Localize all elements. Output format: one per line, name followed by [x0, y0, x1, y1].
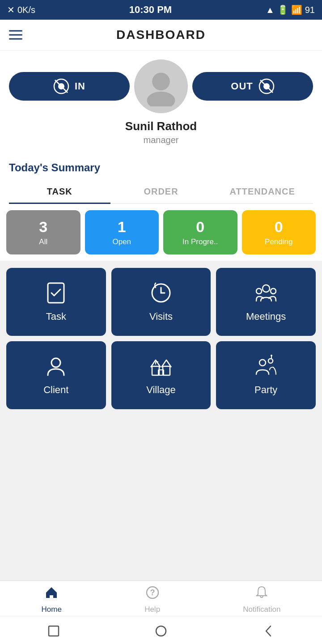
check-in-button[interactable]: IN [9, 72, 130, 101]
system-nav [0, 616, 322, 644]
camera-in-icon [53, 78, 69, 94]
meetings-label: Meetings [246, 311, 286, 322]
party-label: Party [254, 384, 277, 396]
stat-inprogress-label: In Progre.. [182, 237, 218, 246]
hamburger-line [9, 34, 22, 36]
grid-item-client[interactable]: Client [6, 341, 106, 409]
sys-nav-square[interactable] [45, 623, 62, 640]
svg-point-26 [156, 626, 166, 636]
stat-pending-label: Pending [265, 237, 292, 246]
avatar [134, 59, 188, 113]
grid-item-party[interactable]: Party [216, 341, 316, 409]
grid-item-visits[interactable]: Visits [111, 268, 211, 336]
client-icon [44, 355, 68, 378]
check-in-label: IN [75, 80, 85, 92]
svg-rect-25 [49, 626, 59, 636]
check-out-label: OUT [231, 80, 253, 92]
client-label: Client [43, 384, 68, 396]
stat-inprogress-number: 0 [196, 218, 204, 236]
grid-item-task[interactable]: Task [6, 268, 106, 336]
tab-task[interactable]: TASK [9, 180, 110, 203]
nav-notification-label: Notification [243, 605, 280, 614]
status-time: 10:30 PM [129, 4, 172, 16]
visits-label: Visits [149, 311, 173, 322]
party-icon [254, 355, 278, 378]
nav-home-label: Home [42, 605, 62, 614]
check-out-button[interactable]: OUT [192, 72, 313, 101]
stat-open-number: 1 [118, 218, 126, 236]
hamburger-menu[interactable] [9, 30, 22, 40]
nav-help[interactable]: ? Help [144, 585, 160, 614]
tab-bar: TASK ORDER ATTENDANCE [9, 180, 313, 204]
tab-attendance[interactable]: ATTENDANCE [212, 180, 313, 203]
status-speed: 0K/s [17, 5, 35, 15]
status-bar: ✕ 0K/s 10:30 PM ▲ 🔋 📶 91 [0, 0, 322, 20]
status-left: ✕ 0K/s [7, 4, 35, 15]
grid-item-meetings[interactable]: Meetings [216, 268, 316, 336]
svg-point-19 [259, 360, 266, 366]
bluetooth-icon: ▲ [266, 5, 275, 15]
village-label: Village [146, 384, 176, 396]
header: DASHBOARD [0, 20, 322, 51]
village-icon [149, 355, 173, 378]
profile-section: IN OUT Sunil Rathod manager [0, 51, 322, 154]
bell-icon [254, 585, 269, 603]
stat-all-number: 3 [39, 218, 47, 236]
nav-home[interactable]: Home [42, 585, 62, 614]
stat-all[interactable]: 3 All [6, 210, 80, 254]
svg-point-11 [256, 288, 262, 294]
profile-row: IN OUT [9, 59, 313, 113]
stat-open-label: Open [112, 237, 131, 246]
signal-icon: 📶 [291, 4, 302, 15]
nav-notification[interactable]: Notification [243, 585, 280, 614]
sys-nav-back[interactable] [260, 623, 277, 640]
svg-point-12 [271, 288, 276, 294]
battery-icon: 🔋 [277, 4, 288, 15]
feature-grid: Task Visits [6, 268, 316, 409]
tab-order[interactable]: ORDER [110, 180, 212, 203]
help-icon: ? [145, 585, 160, 603]
user-name: Sunil Rathod [125, 119, 197, 133]
svg-line-7 [260, 80, 273, 93]
stat-pending[interactable]: 0 Pending [242, 210, 316, 254]
task-icon [44, 281, 68, 305]
grid-item-village[interactable]: Village [111, 341, 211, 409]
meetings-icon [254, 281, 278, 305]
stat-open[interactable]: 1 Open [85, 210, 159, 254]
stat-all-label: All [39, 237, 47, 246]
svg-text:?: ? [150, 588, 155, 597]
stat-pending-number: 0 [275, 218, 283, 236]
hamburger-line [9, 38, 22, 40]
svg-point-22 [271, 355, 272, 356]
hamburger-line [9, 30, 22, 32]
camera-out-icon [258, 78, 275, 94]
sys-nav-circle[interactable] [153, 623, 169, 640]
page-title: DASHBOARD [116, 28, 206, 42]
nav-help-label: Help [144, 605, 160, 614]
summary-section: Today's Summary TASK ORDER ATTENDANCE [0, 154, 322, 204]
grid-section: Task Visits [0, 261, 322, 580]
task-stats: 3 All 1 Open 0 In Progre.. 0 Pending [0, 204, 322, 261]
svg-point-20 [268, 359, 273, 363]
svg-line-2 [55, 80, 68, 93]
task-label: Task [46, 311, 66, 322]
status-right: ▲ 🔋 📶 91 [266, 4, 315, 15]
bottom-nav: Home ? Help Notification [0, 580, 322, 616]
user-role: manager [144, 135, 179, 145]
svg-point-10 [263, 285, 270, 292]
svg-point-13 [51, 358, 60, 367]
svg-point-4 [147, 92, 175, 106]
status-close-icon: ✕ [7, 4, 15, 15]
svg-point-3 [152, 72, 170, 90]
battery-level: 91 [305, 5, 315, 15]
summary-title: Today's Summary [9, 161, 313, 174]
stat-inprogress[interactable]: 0 In Progre.. [163, 210, 237, 254]
home-icon [44, 585, 59, 603]
visits-icon [149, 281, 173, 305]
